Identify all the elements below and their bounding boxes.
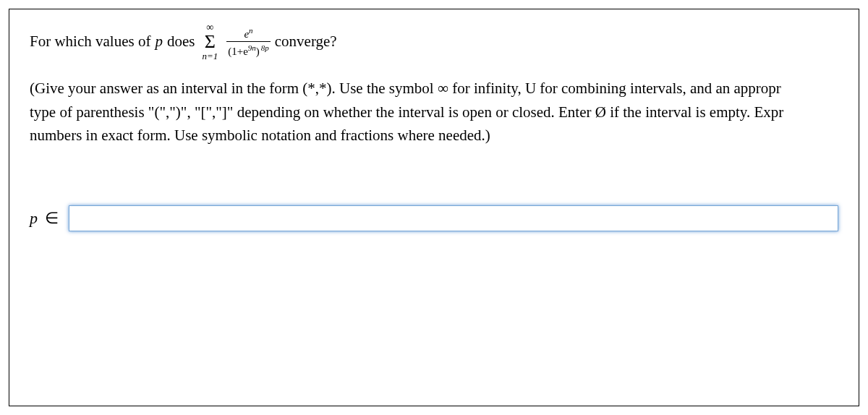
question-does: does xyxy=(167,33,195,51)
answer-label: p ∈ xyxy=(30,209,59,228)
element-of-icon: ∈ xyxy=(45,209,59,227)
sigma-lower-limit: n=1 xyxy=(202,51,218,61)
fraction-denominator: (1+e9n)8p xyxy=(226,42,271,57)
den-outer-exp: 8p xyxy=(261,43,269,52)
problem-container: For which values of p does ∞ Σ n=1 en (1… xyxy=(9,9,859,406)
instructions-block: (Give your answer as an interval in the … xyxy=(30,77,838,147)
sigma-icon: Σ xyxy=(205,33,216,51)
den-close: ) xyxy=(256,46,260,57)
answer-row: p ∈ xyxy=(30,205,838,231)
numerator-exponent: n xyxy=(249,26,253,35)
question-prefix: For which values of xyxy=(30,33,150,51)
instr-line2: type of parenthesis "(",")", "[","]" dep… xyxy=(30,103,783,121)
instr-part1b: for infinity, U for combining intervals,… xyxy=(448,80,781,97)
fraction: en (1+e9n)8p xyxy=(226,27,271,57)
question-suffix: converge? xyxy=(275,33,337,51)
den-open: (1+e xyxy=(228,46,248,57)
instr-line3: numbers in exact form. Use symbolic nota… xyxy=(30,127,490,144)
question-line: For which values of p does ∞ Σ n=1 en (1… xyxy=(30,22,838,61)
fraction-numerator: en xyxy=(242,27,254,41)
answer-var: p xyxy=(30,209,38,227)
answer-input[interactable] xyxy=(69,205,839,231)
den-inner-exp: 9n xyxy=(248,43,256,52)
variable-p: p xyxy=(155,33,163,51)
instr-part1a: (Give your answer as an interval in the … xyxy=(30,80,438,97)
summation-symbol: ∞ Σ n=1 xyxy=(202,22,218,61)
infinity-symbol: ∞ xyxy=(438,80,448,97)
